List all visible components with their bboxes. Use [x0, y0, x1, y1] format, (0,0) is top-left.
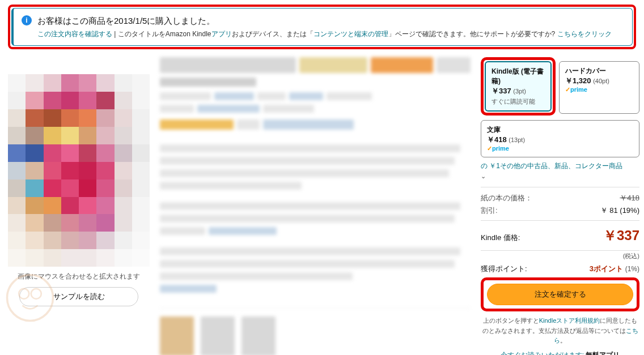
free-app-text: 今すぐお読みいただけます: 無料アプリ	[481, 350, 639, 355]
purchase-info-highlight: i お客様はこの商品を2013/1/5に購入しました。 この注文内容を確認する …	[8, 5, 636, 49]
discount-value: ￥ 81 (19%)	[600, 206, 639, 216]
tax-included-note: (税込)	[481, 252, 639, 260]
format-kindle-title: Kindle版 (電子書籍)	[492, 67, 545, 86]
blurred-product-image	[8, 74, 150, 267]
product-details-blurred	[160, 57, 471, 355]
format-kindle-avail: すぐに購読可能	[492, 97, 545, 106]
prime-badge-icon: prime	[487, 145, 633, 152]
kindle-format-highlight: Kindle版 (電子書籍) ￥337 (3pt) すぐに購読可能	[481, 57, 556, 116]
paper-price-label: 紙の本の価格：	[481, 193, 532, 203]
banner-subtitle: この注文内容を確認する | このタイトルをAmazon Kindleアプリおよび…	[37, 29, 624, 40]
format-bunko-points: (13pt)	[509, 136, 525, 143]
owl-watermark-icon	[5, 272, 56, 323]
format-kindle[interactable]: Kindle版 (電子書籍) ￥337 (3pt) すぐに購読可能	[485, 61, 552, 112]
svg-point-2	[31, 289, 41, 299]
points-pct: (1%)	[625, 265, 639, 273]
discount-label: 割引:	[481, 206, 498, 216]
price-section: 紙の本の価格： ￥418 割引: ￥ 81 (19%) Kindle 価格: ￥…	[481, 187, 639, 274]
info-icon: i	[22, 15, 32, 25]
help-link[interactable]: こちらをクリック	[557, 30, 612, 38]
format-bunko-title: 文庫	[487, 125, 633, 135]
format-kindle-price: ￥337	[492, 87, 511, 95]
points-value: 3ポイント	[590, 264, 623, 273]
svg-point-1	[19, 289, 29, 299]
format-hardcover-points: (40pt)	[593, 78, 609, 84]
terms-text: 上のボタンを押すとKindleストア利用規約に同意したものとみなされます。支払方…	[481, 316, 639, 346]
order-button-highlight: 注文を確定する	[481, 277, 639, 311]
kindle-price-label: Kindle 価格:	[481, 233, 520, 243]
format-bunko-price: ￥418	[487, 135, 507, 144]
svg-point-0	[7, 275, 53, 321]
kindle-app-link[interactable]: アプリ	[211, 30, 232, 38]
confirm-order-button[interactable]: 注文を確定する	[487, 284, 633, 305]
format-kindle-points: (3pt)	[513, 88, 526, 95]
manage-content-link[interactable]: コンテンツと端末の管理	[313, 30, 388, 38]
format-hardcover[interactable]: ハードカバー ￥1,320 (40pt) prime	[559, 61, 639, 114]
banner-title: お客様はこの商品を2013/1/5に購入しました。	[37, 14, 624, 28]
paper-price-value: ￥418	[620, 193, 639, 203]
product-image[interactable]	[8, 74, 150, 267]
chevron-down-icon: ⌄	[481, 173, 486, 179]
prime-badge-icon: prime	[565, 86, 633, 93]
kindle-terms-link[interactable]: Kindleストア利用規約	[539, 317, 600, 324]
format-hardcover-price: ￥1,320	[565, 76, 591, 85]
purchase-info-banner: i お客様はこの商品を2013/1/5に購入しました。 この注文内容を確認する …	[11, 8, 633, 46]
format-bunko[interactable]: 文庫 ￥418 (13pt) prime	[481, 120, 639, 157]
kindle-price-value: ￥337	[603, 226, 639, 245]
other-offers-link[interactable]: の ￥1その他の中古品、新品、コレクター商品 ⌄	[481, 161, 639, 181]
points-label: 獲得ポイント:	[481, 264, 527, 274]
order-details-link[interactable]: この注文内容を確認する	[37, 30, 112, 38]
format-hardcover-title: ハードカバー	[565, 66, 633, 76]
